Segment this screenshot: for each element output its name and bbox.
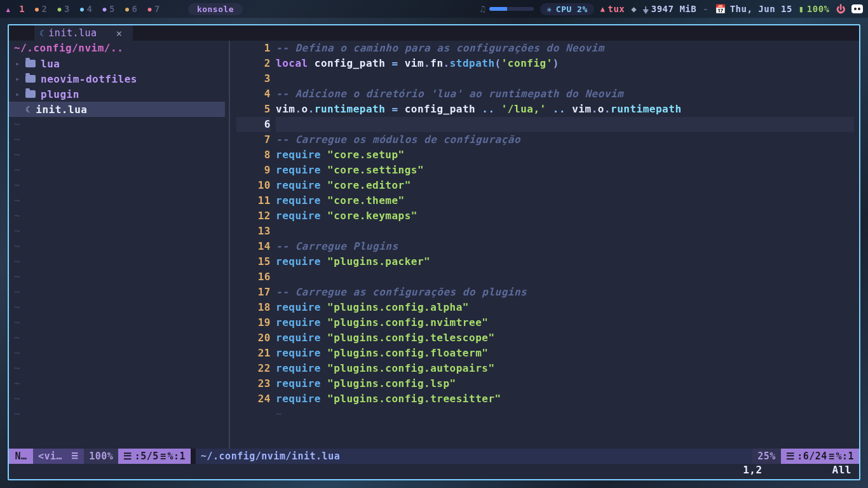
workspace-1[interactable]: 1 [17, 4, 27, 14]
workspace-2[interactable]: 2 [32, 4, 50, 14]
line-number: 8 [264, 149, 271, 161]
code-line[interactable]: require "plugins.config.treesitter" [276, 391, 854, 407]
empty-line-tilde: ~ [9, 239, 225, 254]
code-line[interactable]: require "core.keymaps" [276, 208, 854, 224]
code-line[interactable] [276, 117, 854, 132]
code-line[interactable]: -- Adicione o diretório 'lua' ao runtime… [276, 86, 854, 102]
lua-file-icon: ☾ [39, 29, 44, 38]
line-number: 17 [258, 286, 271, 298]
memory-widget: ⏚ 3947 MiB [643, 4, 696, 14]
line-number: 19 [258, 316, 271, 329]
user-label: tux [608, 4, 625, 14]
tree-root-path[interactable]: ~/.config/nvim/.. [9, 41, 225, 56]
code-line[interactable] [276, 71, 854, 86]
date-widget[interactable]: 📅 Thu, Jun 15 [715, 4, 792, 14]
code-line[interactable]: require "core.editor" [276, 178, 854, 193]
line-number-gutter: 123456789101112131415161718192021222324 [236, 41, 276, 449]
wifi-icon[interactable]: ◆ [631, 4, 637, 14]
empty-line-tilde: ~ [9, 315, 225, 330]
workspace-4[interactable]: 4 [78, 4, 95, 14]
user-icon: ▲ [600, 4, 606, 13]
code-line[interactable] [276, 224, 854, 239]
tab-init-lua[interactable]: ☾ init.lua × [34, 25, 133, 41]
tree-file-init-lua[interactable]: ☾init.lua [9, 102, 225, 117]
chart-icon: ⏚ [643, 4, 649, 14]
status-position-right: ☰ :6/24 ≡ %:1 [781, 449, 859, 464]
nvim-tree-panel[interactable]: ~/.config/nvim/.. luaneovim-dotfilesplug… [9, 41, 225, 449]
empty-line-tilde: ~ [276, 407, 854, 422]
code-line[interactable]: require "core.setup" [276, 147, 854, 163]
tree-item-label: plugin [41, 88, 79, 100]
status-left-col: %:1 [167, 451, 186, 462]
line-number: 21 [258, 347, 271, 359]
cpu-widget[interactable]: ✳ CPU 2% [540, 3, 593, 15]
line-number: 10 [258, 179, 271, 191]
code-line[interactable]: local config_path = vim.fn.stdpath('conf… [276, 56, 854, 71]
status-menu-icon[interactable] [67, 449, 84, 464]
discord-icon[interactable] [851, 4, 863, 13]
code-line[interactable]: require "plugins.config.alpha" [276, 300, 854, 315]
workspace-3[interactable]: 3 [55, 4, 72, 14]
line-number: 23 [258, 377, 271, 390]
status-position-left: ☰ :5/5 ≡ %:1 [118, 449, 191, 464]
command-ruler: 1,2 All [9, 464, 859, 479]
line-number: 13 [258, 225, 271, 237]
code-line[interactable]: require "plugins.config.lsp" [276, 376, 854, 391]
code-line[interactable]: -- Carregue as configurações do plugins [276, 285, 854, 300]
code-line[interactable] [276, 269, 854, 285]
empty-line-tilde: ~ [9, 193, 225, 208]
code-editor[interactable]: 123456789101112131415161718192021222324 … [236, 41, 859, 449]
empty-line-tilde: ~ [9, 132, 225, 147]
tree-folder-neovim-dotfiles[interactable]: neovim-dotfiles [9, 71, 225, 86]
code-line[interactable]: require "core.settings" [276, 163, 854, 178]
empty-line-tilde: ~ [9, 285, 225, 300]
code-line[interactable]: -- Carregue Plugins [276, 239, 854, 254]
code-line[interactable]: require "plugins.config.autopairs" [276, 361, 854, 376]
workspace-6[interactable]: 6 [123, 4, 140, 14]
empty-line-tilde: ~ [9, 147, 225, 163]
empty-line-tilde: ~ [9, 178, 225, 193]
code-area[interactable]: -- Defina o caminho para as configuraçõe… [276, 41, 859, 449]
ruler-position: 1,2 [743, 464, 762, 479]
status-percent-right: 25% [752, 449, 781, 464]
empty-line-tilde: ~ [9, 300, 225, 315]
line-number: 18 [258, 301, 271, 313]
terminal-window: ☾ init.lua × ~/.config/nvim/.. luaneovim… [8, 24, 860, 480]
code-line[interactable]: require "plugins.packer" [276, 254, 854, 269]
tree-item-label: init.lua [36, 104, 87, 116]
folder-icon [25, 60, 36, 67]
music-widget[interactable]: ♫ [480, 4, 534, 14]
line-number: 2 [264, 57, 271, 69]
memory-label: 3947 MiB [651, 4, 696, 14]
empty-line-tilde: ~ [9, 346, 225, 361]
code-line[interactable]: require "plugins.config.telescope" [276, 330, 854, 346]
empty-line-tilde: ~ [9, 208, 225, 224]
empty-line-tilde: ~ [9, 224, 225, 239]
workspace-7[interactable]: 7 [145, 4, 162, 14]
code-line[interactable]: -- Carregue os módulos de configuração [276, 132, 854, 147]
code-line[interactable]: require "plugins.config.nvimtree" [276, 315, 854, 330]
statusline: N… <vi… 100% ☰ :5/5 ≡ %:1 ~/.config/nvim… [9, 449, 859, 464]
tree-folder-lua[interactable]: lua [9, 56, 225, 71]
line-number: 22 [258, 362, 271, 374]
empty-line-tilde: ~ [9, 376, 225, 391]
topbar-separator: - [703, 4, 709, 14]
code-line[interactable]: require "core.theme" [276, 193, 854, 208]
status-vi: <vi… [33, 449, 67, 464]
power-icon[interactable]: ⏻ [836, 4, 846, 14]
empty-line-tilde: ~ [9, 407, 225, 422]
code-line[interactable]: vim.o.runtimepath = config_path .. '/lua… [276, 102, 854, 117]
workspace-5[interactable]: 5 [100, 4, 117, 14]
music-progress[interactable] [489, 7, 534, 11]
line-number: 5 [264, 103, 271, 115]
tree-folder-plugin[interactable]: plugin [9, 86, 225, 102]
empty-line-tilde: ~ [9, 163, 225, 178]
taskbar-app-konsole[interactable]: konsole [188, 3, 243, 15]
battery-widget: ▮ 100% [799, 4, 830, 14]
music-note-icon: ♫ [480, 4, 486, 14]
line-number: 20 [258, 332, 271, 344]
code-line[interactable]: -- Defina o caminho para as configuraçõe… [276, 41, 854, 56]
status-filepath: ~/.config/nvim/init.lua [196, 449, 752, 464]
code-line[interactable]: require "plugins.config.floaterm" [276, 346, 854, 361]
tab-close-icon[interactable]: × [116, 27, 123, 39]
